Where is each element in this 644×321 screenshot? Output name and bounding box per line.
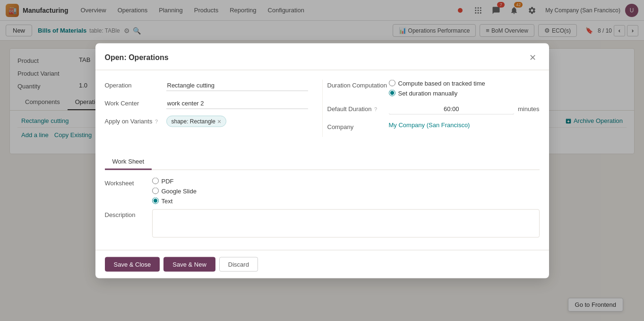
modal-form: Operation Work Center Apply on Variants …	[105, 79, 540, 137]
operations-modal: Open: Operations ✕ Operation Work Center	[95, 43, 549, 154]
default-duration-field: Default Duration ? minutes	[327, 103, 540, 114]
company-value-area: My Company (San Francisco)	[389, 121, 540, 128]
duration-tracked-label: Compute based on tracked time	[398, 79, 485, 87]
tab-worksheet[interactable]: Work Sheet	[105, 154, 152, 154]
duration-manual-label: Set duration manually	[398, 89, 458, 96]
default-duration-help[interactable]: ?	[374, 106, 377, 112]
duration-manual-option[interactable]: Set duration manually	[389, 89, 540, 96]
modal-title: Open: Operations	[105, 53, 169, 61]
default-duration-input-area: minutes	[389, 103, 540, 114]
modal-right-column: Duration Computation Compute based on tr…	[322, 79, 540, 137]
duration-tracked-option[interactable]: Compute based on tracked time	[389, 79, 540, 87]
operation-input-wrap	[166, 79, 308, 91]
duration-value-input[interactable]	[389, 103, 514, 114]
duration-tracked-radio[interactable]	[389, 80, 395, 87]
duration-manual-radio[interactable]	[389, 90, 395, 96]
variant-tag-label: shape: Rectangle	[172, 118, 215, 124]
duration-unit: minutes	[518, 105, 540, 113]
modal-close-button[interactable]: ✕	[526, 51, 540, 64]
default-duration-label: Default Duration ?	[327, 103, 389, 112]
work-center-label: Work Center	[105, 97, 166, 106]
variants-tag-area: shape: Rectangle ×	[166, 115, 308, 127]
modal-tabs: Work Sheet	[105, 154, 540, 154]
duration-computation-options: Compute based on tracked time Set durati…	[389, 79, 540, 96]
variant-tag-rectangle: shape: Rectangle ×	[166, 115, 227, 127]
duration-radio-group: Compute based on tracked time Set durati…	[389, 79, 540, 96]
operation-input[interactable]	[166, 79, 308, 91]
apply-variants-field: Apply on Variants ? shape: Rectangle ×	[105, 115, 308, 127]
work-center-input-wrap	[166, 97, 308, 109]
modal-body: Operation Work Center Apply on Variants …	[95, 70, 549, 146]
company-field: Company My Company (San Francisco)	[327, 121, 540, 130]
modal-header: Open: Operations ✕	[95, 43, 549, 70]
duration-computation-label: Duration Computation	[327, 79, 389, 88]
modal-left-column: Operation Work Center Apply on Variants …	[105, 79, 322, 137]
operation-field: Operation	[105, 79, 308, 91]
company-link[interactable]: My Company (San Francisco)	[389, 121, 470, 128]
company-label: Company	[327, 121, 389, 130]
duration-row: minutes	[389, 103, 540, 114]
work-center-input[interactable]	[166, 97, 308, 109]
work-center-field: Work Center	[105, 97, 308, 109]
operation-label: Operation	[105, 79, 166, 88]
duration-computation-field: Duration Computation Compute based on tr…	[327, 79, 540, 96]
apply-variants-label: Apply on Variants ?	[105, 115, 166, 124]
variant-tag-remove[interactable]: ×	[217, 117, 221, 125]
apply-variants-help[interactable]: ?	[155, 118, 158, 124]
